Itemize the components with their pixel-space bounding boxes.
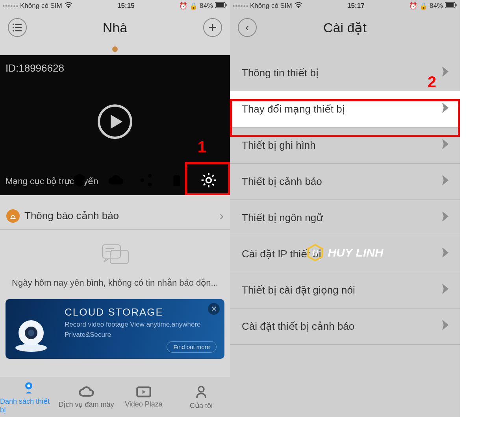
chevron-right-icon [442,212,449,224]
alert-icon [6,209,20,223]
trash-icon[interactable] [170,173,183,190]
row-label: Thiết bị ghi hình [242,139,316,151]
chevron-right-icon [442,175,449,188]
svg-line-14 [144,181,148,183]
nav-bar: Nhà + [0,12,230,43]
svg-point-11 [141,178,145,182]
signal-dots-icon [3,5,18,7]
page-title: Cài đặt [323,20,367,35]
row-change-network[interactable]: Thay đổi mạng thiết bị [230,91,460,127]
nav-bar: ‹ Cài đặt [230,12,460,43]
row-label: Cài đặt IP thiết bị [242,248,321,260]
svg-point-4 [13,24,14,25]
left-phone: Không có SIM 15:15 ⏰ 🔒 84% Nhà + ID:1899… [0,0,230,417]
tab-label: Video Plaza [125,400,163,408]
camera-card: ID:18996628 Mạng cục bộ trực tuyến 1 [0,55,230,195]
chevron-right-icon [442,67,449,79]
clock-label: 15:17 [347,2,364,10]
tab-mine[interactable]: Của tôi [172,377,230,417]
battery-icon [445,2,457,10]
row-voice-settings[interactable]: Thiết bị cài đặt giọng nói [230,272,460,308]
row-recording-device[interactable]: Thiết bị ghi hình [230,127,460,164]
svg-marker-38 [443,248,448,257]
banner-cta-button[interactable]: Find out more [167,341,217,353]
tab-label: Của tôi [190,401,213,410]
svg-marker-35 [443,139,448,149]
row-ip-settings[interactable]: Cài đặt IP thiết bị [230,236,460,272]
alert-row[interactable]: Thông báo cảnh báo › [0,202,230,230]
svg-point-8 [13,30,14,31]
row-device-info[interactable]: Thông tin thiết bị [230,55,460,91]
tab-device-list[interactable]: Danh sách thiết bị [0,377,57,417]
signal-dots-icon [233,5,248,7]
svg-point-25 [27,384,30,387]
clock-label: 15:15 [117,2,134,10]
svg-point-6 [13,27,14,28]
svg-point-29 [298,7,299,8]
row-alarm-settings[interactable]: Cài đặt thiết bị cảnh báo [230,308,460,345]
row-label: Cài đặt thiết bị cảnh báo [242,320,354,332]
chevron-right-icon [442,320,449,332]
carrier-label: Không có SIM [20,2,62,10]
svg-marker-34 [443,103,448,113]
chevron-right-icon [442,284,449,296]
menu-button[interactable] [8,18,27,37]
alert-label: Thông báo cảnh báo [24,210,119,222]
back-button[interactable]: ‹ [238,18,257,37]
svg-rect-3 [226,4,227,6]
chevron-right-icon [442,103,449,115]
cloud-storage-banner[interactable]: CLOUD STORAGE Record video footage View … [6,299,224,359]
page-title: Nhà [103,20,127,35]
wifi-icon [64,2,73,11]
tab-label: Dịch vụ đám mây [58,400,114,409]
svg-point-0 [68,7,69,8]
shield-icon[interactable] [72,172,87,190]
tab-label: Danh sách thiết bị [0,397,57,414]
svg-point-28 [198,386,204,392]
page-indicator [0,43,230,55]
right-phone: Không có SIM 15:17 ⏰ 🔒 84% ‹ Cài đặt Thô… [230,0,460,417]
svg-rect-32 [456,4,457,6]
chevron-right-icon: › [219,209,224,223]
close-icon[interactable]: ✕ [208,303,220,315]
banner-title: CLOUD STORAGE [65,306,216,318]
svg-marker-36 [443,175,448,185]
device-id-label: ID:18996628 [0,55,230,81]
annotation-label-1: 1 [198,138,206,156]
svg-marker-39 [443,284,448,294]
chevron-right-icon [442,139,449,151]
share-icon[interactable] [139,173,154,190]
empty-state: Ngày hôm nay yên bình, không có tin nhắn… [0,230,230,292]
svg-rect-31 [446,3,454,7]
svg-point-12 [148,183,152,187]
settings-list: Thông tin thiết bị Thay đổi mạng thiết b… [230,55,460,345]
row-label: Thiết bị cảnh báo [242,175,322,188]
carrier-label: Không có SIM [250,2,292,10]
row-alarm-device[interactable]: Thiết bị cảnh báo [230,164,460,200]
lock-icon: 🔒 [419,2,428,10]
play-button[interactable] [98,104,132,139]
cloud-icon[interactable] [107,174,124,189]
wifi-icon [294,2,303,11]
add-button[interactable]: + [203,18,222,37]
tab-bar: Danh sách thiết bị Dịch vụ đám mây Video… [0,377,230,417]
svg-marker-27 [143,390,146,394]
svg-marker-40 [443,320,448,330]
battery-icon [215,2,227,10]
svg-point-10 [148,174,152,178]
row-label: Thiết bị cài đặt giọng nói [242,284,355,296]
svg-rect-2 [216,3,224,7]
row-label: Thay đổi mạng thiết bị [242,103,345,115]
row-label: Thiết bị ngôn ngữ [242,212,322,224]
tab-cloud-service[interactable]: Dịch vụ đám mây [57,377,115,417]
battery-percent: 84% [430,2,443,10]
svg-line-13 [144,177,148,179]
alarm-icon: ⏰ [409,2,417,10]
row-label: Thông tin thiết bị [242,67,319,79]
battery-percent: 84% [200,2,213,10]
row-language-device[interactable]: Thiết bị ngôn ngữ [230,200,460,236]
alarm-icon: ⏰ [179,2,187,10]
svg-marker-33 [443,67,448,76]
banner-line2: Private&Secure [65,331,216,339]
tab-video-plaza[interactable]: Video Plaza [115,377,172,417]
